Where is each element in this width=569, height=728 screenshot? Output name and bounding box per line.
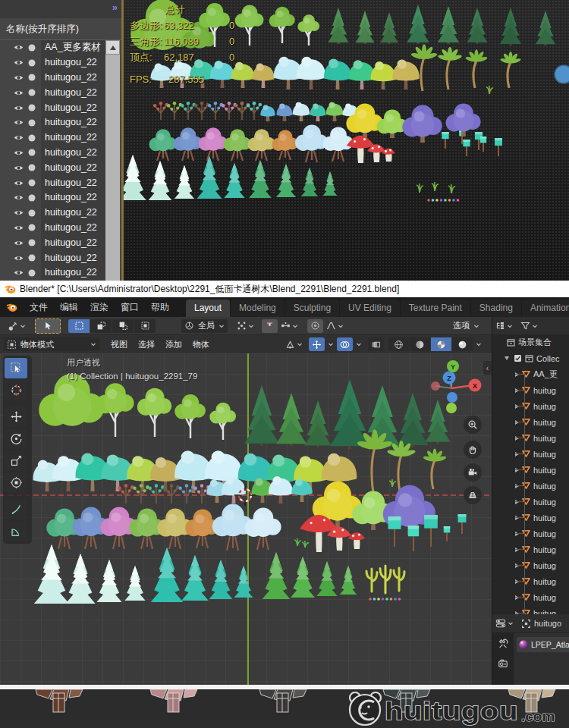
outliner-item[interactable]: huitug <box>492 510 569 526</box>
select-subtract-button[interactable] <box>112 319 134 333</box>
eye-icon[interactable] <box>14 103 24 113</box>
tree-object[interactable] <box>96 383 134 437</box>
tree-object[interactable] <box>446 103 481 136</box>
object-list-row[interactable]: huitugou_22 <box>0 55 121 71</box>
viewport-menu-添加[interactable]: 添加 <box>160 339 187 350</box>
tab-uv-editing[interactable]: UV Editing <box>340 300 400 317</box>
tree-object[interactable] <box>163 484 179 504</box>
tab-sculpting[interactable]: Sculpting <box>285 300 339 317</box>
select-extend-button[interactable] <box>90 319 112 333</box>
mode-dropdown[interactable]: 物体模式 <box>4 337 99 351</box>
outliner-item[interactable]: huitug <box>492 446 569 462</box>
tree-object[interactable] <box>272 130 298 160</box>
perspective-toggle-button[interactable] <box>464 486 482 504</box>
menu-渲染[interactable]: 渲染 <box>84 298 115 317</box>
tree-object[interactable] <box>96 560 121 602</box>
tree-object[interactable] <box>245 508 281 551</box>
falloff-dropdown[interactable] <box>323 319 347 333</box>
shading-solid-button[interactable] <box>410 337 430 351</box>
frozen-dot-icon[interactable] <box>27 178 36 188</box>
tree-object[interactable] <box>304 400 331 447</box>
object-list-row[interactable]: huitugou_22 <box>0 190 121 206</box>
tree-object[interactable] <box>444 526 450 541</box>
tree-object[interactable] <box>301 168 319 196</box>
tree-object[interactable] <box>295 124 328 162</box>
tree-object[interactable] <box>310 104 326 121</box>
tree-object[interactable] <box>326 102 343 121</box>
viewport-menu-选择[interactable]: 选择 <box>133 339 160 350</box>
tab-layout[interactable]: Layout <box>186 300 230 317</box>
menu-帮助[interactable]: 帮助 <box>145 298 175 317</box>
collection-checkbox[interactable] <box>514 354 522 362</box>
scene-collection-row[interactable]: 场景集合 <box>492 334 569 350</box>
object-list-row[interactable]: huitugou_22 <box>0 206 121 221</box>
menu-文件[interactable]: 文件 <box>24 298 54 317</box>
tree-object[interactable] <box>148 484 164 504</box>
object-list-row[interactable]: huitugou_22 <box>0 85 121 100</box>
eye-icon[interactable] <box>14 148 24 158</box>
tree-object[interactable] <box>194 102 209 120</box>
material-slot-row[interactable]: LPEP_Atla <box>517 637 569 652</box>
tree-object[interactable] <box>209 560 233 599</box>
tree-object[interactable] <box>495 138 502 156</box>
tree-object[interactable] <box>36 689 83 712</box>
tree-object[interactable] <box>432 182 439 191</box>
tool-cursor[interactable] <box>5 380 27 400</box>
xray-toggle[interactable] <box>368 337 384 351</box>
frozen-dot-icon[interactable] <box>27 133 36 143</box>
eye-icon[interactable] <box>14 208 24 218</box>
gizmo-dropdown[interactable] <box>325 337 337 351</box>
blender-viewport-canvas[interactable] <box>30 353 492 685</box>
show-gizmo-toggle[interactable] <box>309 337 325 351</box>
eye-icon[interactable] <box>14 238 24 248</box>
outliner-item[interactable]: huitug <box>492 382 569 398</box>
tree-object[interactable] <box>458 514 467 534</box>
menu-窗口[interactable]: 窗口 <box>115 298 145 317</box>
select-box-tool-button[interactable] <box>35 318 61 334</box>
tree-object[interactable] <box>465 49 488 88</box>
tree-object[interactable] <box>377 109 407 138</box>
pan-button[interactable] <box>464 441 482 459</box>
eye-icon[interactable] <box>14 133 24 143</box>
tree-object[interactable] <box>302 541 309 548</box>
tree-object[interactable] <box>380 12 398 44</box>
tree-object[interactable] <box>137 388 171 437</box>
outliner-item[interactable]: huitug <box>492 414 569 430</box>
tree-object[interactable] <box>151 548 184 602</box>
shading-rendered-button[interactable] <box>452 337 473 351</box>
frozen-dot-icon[interactable] <box>27 118 36 127</box>
tool-move[interactable] <box>5 406 27 427</box>
outliner-item[interactable]: huitug <box>492 557 569 573</box>
shading-material-button[interactable] <box>431 337 451 351</box>
tree-object[interactable] <box>467 8 487 44</box>
tree-object[interactable] <box>234 566 253 598</box>
snap-toggle-button[interactable] <box>262 319 278 333</box>
tree-object[interactable] <box>369 598 401 601</box>
tree-object[interactable] <box>133 484 149 504</box>
panel-collapse-chevrons[interactable]: » <box>112 2 117 13</box>
select-intersect-button[interactable] <box>134 319 156 333</box>
outliner-item[interactable]: huitug <box>492 462 569 478</box>
eye-icon[interactable] <box>14 268 24 278</box>
tree-object[interactable] <box>486 86 493 94</box>
tree-object[interactable] <box>276 164 296 197</box>
tool-transform[interactable] <box>5 472 27 493</box>
frozen-dot-icon[interactable] <box>27 42 36 52</box>
tree-object[interactable] <box>417 184 423 193</box>
object-list-row[interactable]: huitugou_22 <box>0 265 121 281</box>
object-list-row[interactable]: huitugou_22 <box>0 160 121 175</box>
frozen-dot-icon[interactable] <box>27 268 36 278</box>
collection-row[interactable]: Collec <box>492 350 569 366</box>
zoom-button[interactable] <box>464 416 482 434</box>
tree-object[interactable] <box>247 102 262 120</box>
list-scrollbar[interactable] <box>105 40 120 281</box>
tree-object[interactable] <box>293 102 310 121</box>
sort-header[interactable]: 名称(按升序排序) <box>3 20 117 37</box>
show-overlays-toggle[interactable] <box>337 337 353 351</box>
tree-object[interactable] <box>366 569 377 592</box>
frozen-dot-icon[interactable] <box>27 223 36 233</box>
tree-object[interactable] <box>316 561 337 596</box>
proportional-edit-toggle[interactable] <box>307 319 323 333</box>
viewport-menu-视图[interactable]: 视图 <box>105 339 133 350</box>
frozen-dot-icon[interactable] <box>27 73 36 83</box>
